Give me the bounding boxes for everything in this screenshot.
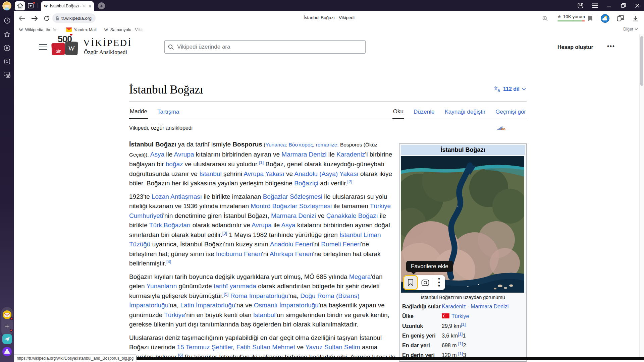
home-button[interactable]: 1 [15, 1, 25, 10]
weather-widget-icon[interactable] [600, 14, 610, 23]
inline-link[interactable]: [1] [458, 351, 463, 356]
bridge-portal-icon[interactable] [496, 125, 506, 132]
inline-link[interactable]: Avrupa [252, 222, 272, 229]
alice-assistant-icon[interactable] [0, 347, 14, 357]
forward-button[interactable] [30, 14, 39, 23]
inline-link[interactable]: boğaz [166, 161, 183, 168]
new-window-icon[interactable] [28, 2, 35, 9]
inline-link[interactable]: Anadolu (Asya) Yakası [294, 170, 359, 177]
infobox-image[interactable]: Favorilere ekle [401, 156, 524, 293]
bookmarks-more-button[interactable]: Diğer [623, 27, 638, 32]
inline-link[interactable]: Avrupa [174, 151, 194, 158]
inline-link[interactable]: [6] [178, 352, 183, 357]
inline-link[interactable]: Asya [281, 222, 295, 229]
inline-link[interactable]: Marmara Denizi [281, 151, 326, 158]
zoom-search-icon[interactable] [541, 14, 549, 23]
inline-link[interactable]: Boğaziçi [294, 180, 318, 187]
image-more-menu-button[interactable]: ••• [433, 275, 445, 290]
inline-link[interactable]: Ahırkapı Feneri [270, 250, 313, 257]
tab-counter[interactable]: 1 [0, 56, 14, 66]
inline-link[interactable]: [4] [166, 259, 171, 264]
browser-tab-active[interactable]: W İstanbul Boğazı - Vikipedi × [41, 1, 94, 11]
bookmark-page-icon[interactable] [586, 14, 595, 23]
inline-link[interactable]: Yavuz Sultan Selim [305, 344, 360, 351]
inline-link[interactable]: Marmara Denizi [271, 212, 316, 219]
inline-link[interactable]: Osmanlı İmparatorluğu [254, 302, 319, 309]
inline-link[interactable]: Türkiye [164, 311, 185, 318]
bookmark-item-yandex-mail[interactable]: Yandex Mail [66, 27, 97, 32]
page-scrollbar[interactable] [639, 34, 644, 357]
inline-link[interactable]: [1] [458, 331, 463, 337]
back-button[interactable] [17, 14, 26, 23]
inline-link[interactable]: 15 Temmuz Şehitler [177, 344, 233, 351]
address-bar[interactable]: tr.wikipedia.org [52, 13, 96, 23]
profile-avatar[interactable] [2, 1, 11, 10]
add-app-icon[interactable] [0, 321, 14, 331]
tab-duzenle[interactable]: Düzenle [413, 109, 435, 119]
inline-link[interactable]: [5] [224, 291, 228, 296]
inline-link[interactable]: Fatih Sultan Mehmet [236, 344, 295, 351]
tab-kaynagi-degistir[interactable]: Kaynağı değiştir [444, 109, 486, 119]
reviews-rating[interactable]: ★ 10K yorum [557, 14, 585, 19]
inline-link[interactable]: Anadolu Feneri [270, 241, 313, 248]
inline-link[interactable]: [1] [259, 160, 264, 165]
create-account-link[interactable]: Hesap oluştur [557, 44, 593, 50]
inline-link[interactable]: Karadeniz [442, 304, 466, 309]
inline-link[interactable]: Latin İmparatorluğu [180, 302, 235, 309]
inline-link[interactable]: [2] [347, 179, 352, 184]
yandex-mail-app-icon[interactable] [0, 310, 14, 320]
header-more-menu[interactable]: ••• [607, 43, 615, 50]
visual-search-button[interactable] [418, 275, 433, 290]
tab-madde[interactable]: Madde [129, 108, 148, 119]
add-to-favorites-button[interactable] [403, 275, 418, 290]
wikipedia-logo[interactable]: 500 bin W [50, 35, 79, 58]
language-selector[interactable]: 文 A 112 dil [494, 86, 526, 92]
media-play-icon[interactable] [0, 43, 14, 53]
inline-link[interactable]: [1] [461, 322, 466, 327]
screenshot-icon[interactable] [0, 70, 14, 80]
inline-link[interactable]: Βόσπορος [288, 142, 313, 147]
inline-link[interactable]: Marmara Denizi [471, 304, 508, 309]
inline-link[interactable]: Roma İmparatorluğu [230, 292, 288, 299]
inline-link[interactable]: Asya [150, 151, 164, 158]
inline-link[interactable]: İstanbul [253, 311, 276, 318]
inline-link[interactable]: Yunanların [146, 283, 177, 290]
scrollbar-thumb[interactable] [640, 36, 643, 86]
wiki-wordmark[interactable]: VİKİPEDİ [83, 38, 132, 48]
inline-link[interactable]: romanize: [316, 142, 340, 147]
tab-tartisma[interactable]: Tartışma [157, 109, 180, 119]
inline-link[interactable]: Karadeniz [336, 151, 365, 158]
inline-link[interactable]: Megara [349, 273, 371, 280]
inline-link[interactable]: [1] [458, 341, 463, 346]
inline-link[interactable]: İnciburnu Feneri [216, 250, 262, 257]
bookmark-item-samanyolu[interactable]: W Samanyolu - Vikip [104, 27, 144, 33]
inline-link[interactable]: Lozan Antlaşması [152, 193, 202, 200]
wiki-main-menu-icon[interactable] [39, 44, 47, 50]
window-minimize-button[interactable] [603, 0, 615, 11]
inline-link[interactable]: Türkiye [451, 313, 469, 319]
tab-oku[interactable]: Oku [392, 108, 404, 119]
window-close-button[interactable] [631, 0, 643, 11]
inline-link[interactable]: [3] [222, 230, 227, 235]
side-panel-icon[interactable] [574, 0, 586, 11]
downloads-icon[interactable] [631, 14, 640, 23]
inline-link[interactable]: Çanakkale Boğazı [326, 212, 378, 219]
search-input[interactable] [177, 44, 362, 50]
inline-link[interactable]: Boğazlar Sözleşmesi [263, 193, 322, 200]
inline-link[interactable]: İstanbul [199, 170, 222, 177]
inline-link[interactable]: Yunanca [265, 142, 285, 147]
reload-button[interactable] [42, 14, 51, 23]
inline-link[interactable]: Montrö Boğazlar Sözleşmesi [251, 202, 332, 209]
tab-gecmisi-gor[interactable]: Geçmişi gör [495, 109, 527, 119]
tab-close-icon[interactable]: × [89, 4, 91, 9]
inline-link[interactable]: Avrupa Yakası [244, 170, 284, 177]
bookmark-item-wikipedia[interactable]: W Wikipedia, the free [19, 27, 59, 33]
messenger-app-icon[interactable] [0, 334, 14, 344]
window-restore-button[interactable] [617, 0, 629, 11]
inline-link[interactable]: Rumeli Feneri [321, 241, 361, 248]
collections-icon[interactable] [616, 14, 625, 23]
inline-link[interactable]: Türk Boğazları [149, 222, 191, 229]
history-icon[interactable] [0, 15, 14, 25]
inline-link[interactable]: tarihî yarımada [214, 283, 256, 290]
bookmarks-star-icon[interactable] [0, 29, 14, 40]
